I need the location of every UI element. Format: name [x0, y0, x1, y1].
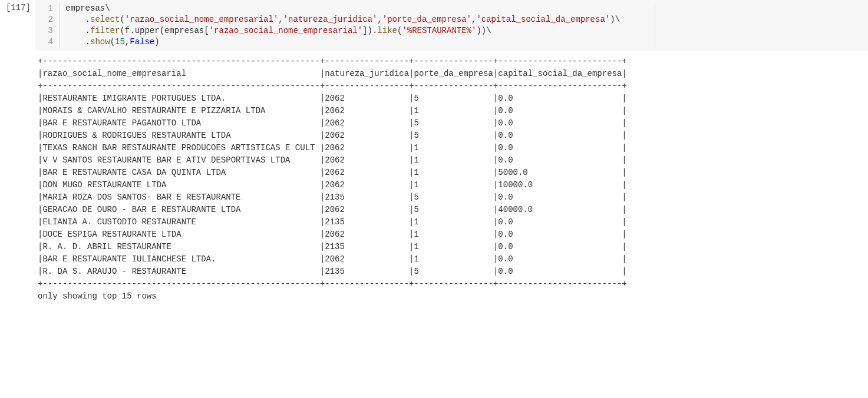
code-content[interactable]: empresas\ .select('razao_social_nome_emp…: [59, 3, 868, 48]
code-line[interactable]: empresas\: [65, 3, 868, 14]
code-line[interactable]: .show(15,False): [65, 37, 868, 48]
line-number-gutter: 1 2 3 4: [35, 3, 59, 48]
notebook-cell: [117] 1 2 3 4 empresas\ .select('razao_s…: [0, 0, 868, 51]
line-number: 2: [35, 14, 53, 25]
code-editor[interactable]: 1 2 3 4 empresas\ .select('razao_social_…: [35, 0, 868, 51]
line-number: 3: [35, 25, 53, 37]
code-line[interactable]: .filter(f.upper(empresas['razao_social_n…: [65, 25, 868, 37]
line-number: 4: [35, 37, 53, 48]
execution-count: [117]: [0, 0, 35, 51]
line-number: 1: [35, 3, 53, 14]
code-line[interactable]: .select('razao_social_nome_empresarial',…: [65, 14, 868, 25]
cell-output: +---------------------------------------…: [0, 51, 868, 303]
